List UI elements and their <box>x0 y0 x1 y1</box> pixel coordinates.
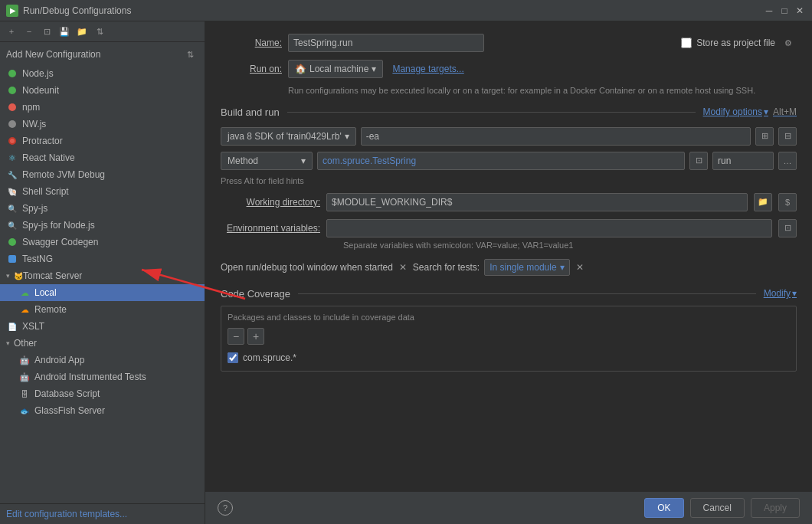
sidebar-item-nodeunit[interactable]: Nodeunit <box>0 82 205 99</box>
sidebar-item-android-app[interactable]: 🤖 Android App <box>0 352 205 368</box>
apply-button[interactable]: Apply <box>751 498 800 518</box>
sidebar-item-label: Android App <box>34 355 84 365</box>
manage-targets-link[interactable]: Manage targets... <box>392 64 463 74</box>
env-vars-input[interactable] <box>326 219 772 237</box>
working-dir-input[interactable] <box>326 193 748 211</box>
sidebar-item-remote-jvm[interactable]: 🔧 Remote JVM Debug <box>0 166 205 183</box>
expand-icon-btn[interactable]: ⊞ <box>755 127 774 146</box>
name-row: Name: Store as project file ⚙ <box>221 34 797 52</box>
minimize-button[interactable]: ─ <box>763 5 775 17</box>
run-on-value: Local machine <box>309 64 368 74</box>
sidebar-item-xslt[interactable]: 📄 XSLT <box>0 318 205 335</box>
name-input[interactable] <box>288 34 484 52</box>
sidebar-group-other[interactable]: ▾ Other <box>0 335 205 352</box>
package-entry-row: com.spruce.* <box>228 351 790 365</box>
sidebar-item-nodejs[interactable]: Node.js <box>0 65 205 82</box>
react-native-icon: ⚛ <box>6 152 18 164</box>
sidebar-item-spy-js-node[interactable]: 🔍 Spy-js for Node.js <box>0 217 205 234</box>
tomcat-group-label: Tomcat Server <box>23 270 82 281</box>
run-input[interactable] <box>712 152 774 170</box>
package-checkbox[interactable] <box>228 352 238 363</box>
sidebar-item-tomcat-remote[interactable]: ☁ Remote <box>0 301 205 318</box>
packages-label: Packages and classes to include in cover… <box>228 313 790 322</box>
run-on-row: Run on: 🏠 Local machine ▾ Manage targets… <box>221 60 797 78</box>
sidebar-item-label: TestNG <box>22 254 53 264</box>
shell-script-icon: 🐚 <box>6 185 18 198</box>
sidebar-item-label: GlassFish Server <box>34 405 105 416</box>
sidebar-item-label: Android Instrumented Tests <box>34 372 146 382</box>
sidebar-group-tomcat[interactable]: ▾ 🐱 Tomcat Server <box>0 267 205 284</box>
coverage-modify-link[interactable]: Modify ▾ <box>764 288 797 299</box>
add-config-button[interactable]: + <box>3 23 20 40</box>
remove-config-button[interactable]: − <box>21 23 38 40</box>
cancel-button[interactable]: Cancel <box>690 498 745 518</box>
tomcat-local-icon: ☁ <box>18 287 31 299</box>
help-button[interactable]: ? <box>218 500 233 516</box>
run-on-dropdown[interactable]: 🏠 Local machine ▾ <box>288 60 383 78</box>
class-browse-btn[interactable]: ⊡ <box>689 152 708 170</box>
packages-section: Packages and classes to include in cover… <box>221 306 797 372</box>
sidebar-sort-icon[interactable]: ⇅ <box>182 46 198 63</box>
sidebar-item-label: Local <box>34 287 57 298</box>
code-coverage-section: Code Coverage Modify ▾ Packages and clas… <box>221 288 797 372</box>
maximize-button[interactable]: □ <box>778 5 791 17</box>
android-instrumented-icon: 🤖 <box>18 371 31 383</box>
open-window-close-btn[interactable]: ✕ <box>398 262 408 273</box>
sidebar-item-label: Remote <box>34 304 67 315</box>
protractor-icon <box>6 135 18 147</box>
home-icon: 🏠 <box>295 64 306 74</box>
sidebar-item-android-instrumented[interactable]: 🤖 Android Instrumented Tests <box>0 368 205 385</box>
sidebar-item-tomcat-local[interactable]: ☁ Local <box>0 284 205 301</box>
save-config-button[interactable]: 💾 <box>56 23 73 40</box>
sidebar-item-database-script[interactable]: 🗄 Database Script <box>0 385 205 402</box>
sort-config-button[interactable]: ⇅ <box>91 23 108 40</box>
class-input[interactable] <box>317 152 685 170</box>
swagger-icon <box>6 236 18 248</box>
npm-icon <box>6 101 18 113</box>
testng-icon <box>6 253 18 265</box>
modify-options-link[interactable]: Modify options ▾ Alt+M <box>703 106 797 117</box>
window-controls: ─ □ ✕ <box>763 5 806 17</box>
store-as-project-checkbox[interactable] <box>681 38 692 48</box>
method-dropdown[interactable]: Method ▾ <box>221 152 313 170</box>
search-tests-close-btn[interactable]: ✕ <box>575 262 585 273</box>
nodeunit-icon <box>6 84 18 97</box>
search-tests-dropdown[interactable]: In single module ▾ <box>484 259 569 276</box>
sidebar-header-title: Add New Configuration <box>6 49 100 60</box>
sidebar-toolbar: + − ⊡ 💾 📁 ⇅ <box>0 21 205 42</box>
sdk-dropdown[interactable]: java 8 SDK of 'train0429Lrb' ▾ <box>221 127 356 146</box>
search-tests-value: In single module <box>489 262 556 273</box>
sidebar-item-protractor[interactable]: Protractor <box>0 133 205 149</box>
shrink-icon-btn[interactable]: ⊟ <box>778 127 797 146</box>
env-vars-browse-btn[interactable]: ⊡ <box>778 219 797 237</box>
sidebar-item-glassfish[interactable]: 🐟 GlassFish Server <box>0 402 205 419</box>
modify-options-label: Modify options <box>703 106 762 117</box>
folder-config-button[interactable]: 📁 <box>74 23 90 40</box>
open-window-label: Open run/debug tool window when started <box>221 262 393 273</box>
sidebar-item-swagger[interactable]: Swagger Codegen <box>0 234 205 251</box>
tomcat-chevron-icon: ▾ <box>3 271 12 280</box>
sidebar-list: Node.js Nodeunit npm NW <box>0 65 205 503</box>
sidebar-item-react-native[interactable]: ⚛ React Native <box>0 149 205 166</box>
bottom-bar: ? OK Cancel Apply <box>205 491 812 524</box>
packages-minus-btn[interactable]: − <box>228 328 244 345</box>
run-more-btn[interactable]: … <box>778 152 797 170</box>
sidebar-item-testng[interactable]: TestNG <box>0 251 205 267</box>
working-dir-var-btn[interactable]: $ <box>778 193 797 211</box>
close-button[interactable]: ✕ <box>794 5 806 17</box>
edit-templates-link[interactable]: Edit configuration templates... <box>6 509 127 519</box>
sidebar-item-spy-js[interactable]: 🔍 Spy-js <box>0 200 205 217</box>
packages-plus-btn[interactable]: + <box>247 328 264 345</box>
copy-config-button[interactable]: ⊡ <box>38 23 55 40</box>
working-dir-label: Working directory: <box>221 197 320 208</box>
sidebar-item-npm[interactable]: npm <box>0 99 205 116</box>
content-area: Name: Store as project file ⚙ Run on: 🏠 … <box>205 21 812 524</box>
sidebar-item-nwjs[interactable]: NW.js <box>0 116 205 133</box>
ea-input[interactable] <box>361 127 751 146</box>
ok-button[interactable]: OK <box>644 498 683 518</box>
other-group-label: Other <box>14 338 37 349</box>
store-settings-icon[interactable]: ⚙ <box>780 34 797 51</box>
working-dir-folder-btn[interactable]: 📁 <box>754 193 772 211</box>
search-tests-label: Search for tests: <box>413 262 480 273</box>
sidebar-item-shell-script[interactable]: 🐚 Shell Script <box>0 183 205 200</box>
